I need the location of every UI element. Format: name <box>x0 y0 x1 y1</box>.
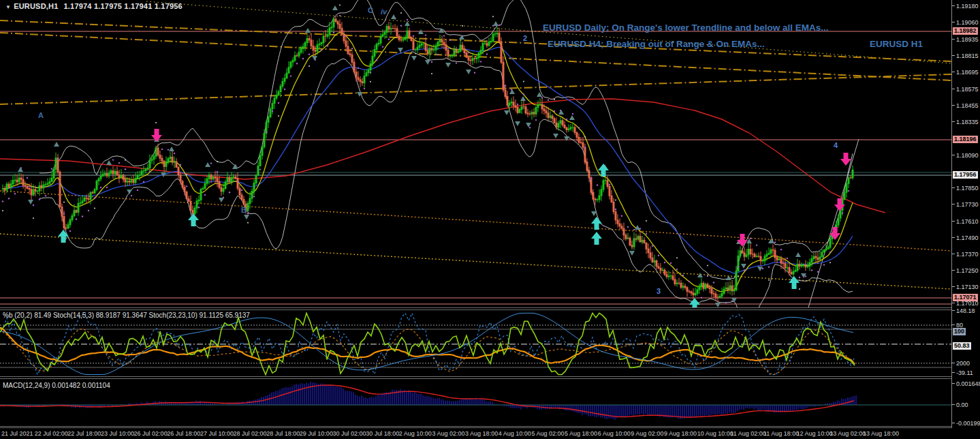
psar-dot <box>118 162 120 164</box>
candle-body <box>697 289 699 294</box>
candle-body <box>190 201 192 211</box>
candle-body <box>225 182 227 190</box>
candle-body <box>223 188 225 192</box>
fractal-down-icon <box>629 251 635 256</box>
candle-body <box>378 43 380 44</box>
candle-body <box>86 198 88 199</box>
candle-body <box>668 275 670 277</box>
wave-count-label: C <box>368 6 373 14</box>
time-tick-label: 30 Jul 18:00 <box>366 430 399 437</box>
price-tag: 100 <box>953 328 966 335</box>
candle-body <box>413 40 415 50</box>
psar-dot <box>339 15 341 16</box>
candle-body <box>411 37 413 41</box>
chevron-down-icon[interactable]: ▼ <box>5 4 11 10</box>
trendline[interactable] <box>0 234 951 289</box>
candle-body <box>819 256 821 260</box>
candle-body <box>80 202 82 204</box>
psar-dot <box>149 170 151 172</box>
candle-body <box>807 266 809 267</box>
candle-body <box>386 26 388 33</box>
psar-dot <box>615 209 616 210</box>
candle-body <box>531 112 533 115</box>
candle-body <box>98 179 100 181</box>
psar-dot <box>707 275 708 277</box>
macd-axis[interactable]: 0.0016480.00-0.001996 <box>952 379 980 427</box>
psar-dot <box>425 34 426 35</box>
candle-body <box>219 181 221 187</box>
candle-body <box>550 115 552 117</box>
candle-body <box>180 175 182 181</box>
psar-dot <box>217 171 218 172</box>
psar-dot <box>321 49 322 50</box>
candle-body <box>351 55 353 63</box>
candle-body <box>613 202 615 213</box>
candle-body <box>339 24 341 29</box>
candle-body <box>317 44 319 51</box>
candle-body <box>243 199 245 205</box>
psar-dot <box>621 215 622 217</box>
candle-body <box>644 240 646 243</box>
trendline[interactable] <box>0 191 951 251</box>
psar-dot <box>541 97 543 98</box>
macd-label: MACD(12,24,9) 0.001482 0.001104 <box>3 382 110 389</box>
candle-body <box>110 170 112 174</box>
candle-body <box>488 42 490 46</box>
psar-outer-dot <box>707 265 708 267</box>
candle-body <box>280 86 282 92</box>
candle-body <box>480 50 482 53</box>
psar-dot <box>486 53 488 55</box>
candle-body <box>850 177 852 178</box>
trendline[interactable] <box>0 33 951 80</box>
price-tag: 50.83 <box>953 342 971 350</box>
pane-separator[interactable] <box>0 307 952 308</box>
candle-body <box>298 52 300 56</box>
psar-dot <box>57 159 59 160</box>
candle-body <box>556 123 558 127</box>
candle-body <box>84 198 86 202</box>
pane-separator[interactable] <box>0 376 952 377</box>
candle-body <box>825 249 827 250</box>
candle-body <box>519 109 521 113</box>
candle-body <box>257 166 259 176</box>
psar-dot <box>229 192 230 193</box>
fractal-up-icon <box>205 162 210 167</box>
time-axis[interactable]: 21 Jul 202122 Jul 02:0022 Jul 18:0023 Ju… <box>0 427 952 439</box>
trendline[interactable] <box>0 74 951 104</box>
price-tag: 1.17071 <box>953 294 978 301</box>
buy-arrow-icon <box>789 276 800 289</box>
main-price-chart[interactable] <box>0 0 951 307</box>
candle-body <box>396 28 398 36</box>
wave-count-label: iv <box>381 7 387 16</box>
candle-body <box>274 97 276 104</box>
psar-dot <box>578 127 580 128</box>
candle-body <box>376 44 378 50</box>
candle-body <box>296 55 298 57</box>
price-axis[interactable]: 1.191801.190601.189351.188151.186951.185… <box>952 0 980 307</box>
candle-body <box>241 195 243 200</box>
psar-dot <box>762 268 763 269</box>
candle-body <box>815 256 817 258</box>
stochastic-pane[interactable] <box>0 309 951 377</box>
candle-body <box>478 52 480 58</box>
fractal-up-icon <box>405 21 410 26</box>
candle-body <box>300 48 302 52</box>
stochastic-axis[interactable]: 148.18802000-39.1110050.83 <box>952 309 980 377</box>
candle-body <box>129 181 131 182</box>
candle-body <box>139 175 141 176</box>
candle-body <box>797 264 799 271</box>
candle-body <box>253 183 255 192</box>
fractal-down-icon <box>564 136 569 141</box>
time-tick-label: 9 Aug 02:00 <box>631 430 663 437</box>
fractal-down-icon <box>504 110 509 115</box>
candle-body <box>848 177 850 184</box>
candle-body <box>419 45 421 48</box>
candle-body <box>65 228 67 228</box>
psar-dot <box>63 213 65 214</box>
macd-pane[interactable] <box>0 379 951 427</box>
fractal-up-icon <box>726 275 731 280</box>
candle-body <box>449 56 452 57</box>
candle-body <box>121 175 123 177</box>
candle-body <box>476 57 478 59</box>
candle-body <box>707 284 709 288</box>
